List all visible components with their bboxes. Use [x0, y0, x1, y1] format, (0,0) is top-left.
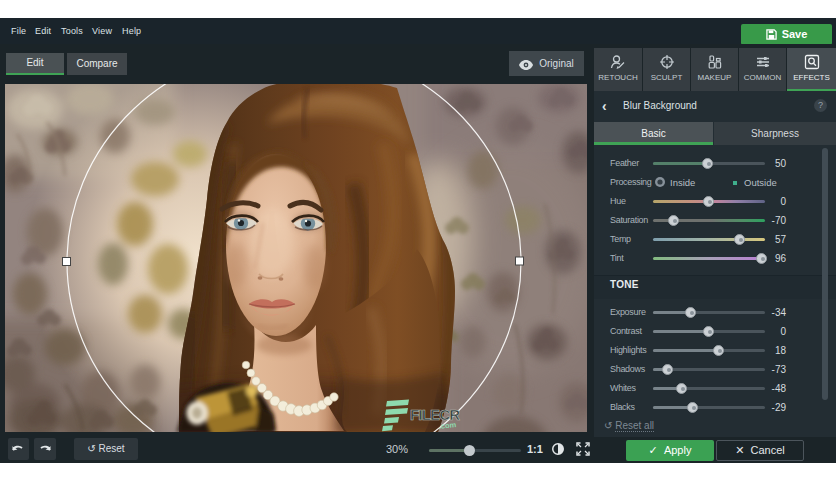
svg-text:.com: .com: [438, 420, 457, 431]
